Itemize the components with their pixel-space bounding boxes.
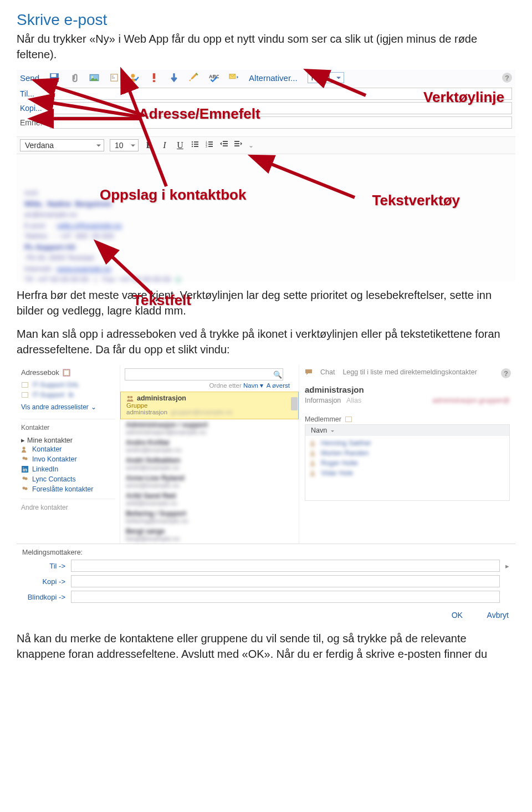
format-select[interactable]: HTML xyxy=(308,72,344,83)
high-importance-icon[interactable] xyxy=(149,73,159,83)
abook-result-row[interactable]: Andre Kvitbøandre@example.no xyxy=(120,437,299,455)
svg-rect-26 xyxy=(223,145,228,146)
insert-image-icon[interactable] xyxy=(89,73,99,83)
other-contacts-label: Andre kontakter xyxy=(21,499,115,511)
abook-search-input[interactable] xyxy=(125,368,283,380)
lync-contacts-folder[interactable]: Lync Contacts xyxy=(21,474,115,484)
outro-paragraph: Nå kan du merke de kontaktene eller grup… xyxy=(17,631,515,662)
abook-result-row[interactable]: Administrasjon / supportadministrasjon@e… xyxy=(120,419,299,437)
bcc-add-button[interactable]: Blindkopi -> xyxy=(22,593,65,601)
options-link[interactable]: Alternativer... xyxy=(249,73,298,83)
to-label[interactable]: Til... xyxy=(20,89,47,98)
abook-list-item[interactable]: IT-Support Orb. xyxy=(21,380,115,390)
contacts-folder[interactable]: Kontakter xyxy=(21,444,115,454)
tab-alias[interactable]: Alias xyxy=(346,397,361,404)
abook-left-pane: Adressebok IT-Support Orb. IT-Support ib… xyxy=(17,365,120,544)
ok-button[interactable]: OK xyxy=(452,611,463,620)
abook-result-row[interactable]: Arild Sand Rødarild@example.no xyxy=(120,490,299,508)
save-icon[interactable] xyxy=(49,73,59,83)
abook-result-row[interactable]: Andri Solbakkenandri@example.no xyxy=(120,455,299,473)
abook-list-item[interactable]: IT-Support ib xyxy=(21,390,115,400)
bold-button[interactable]: B xyxy=(144,140,154,150)
svg-rect-28 xyxy=(234,143,239,144)
font-size-select[interactable]: 10 xyxy=(110,139,139,151)
intro-paragraph: Når du trykker «Ny» i Web App får du opp… xyxy=(17,31,515,62)
svg-rect-55 xyxy=(346,417,351,422)
help-icon[interactable]: ? xyxy=(501,368,511,378)
abook-result-selected[interactable]: administrasjon Gruppe administrasjon .gr… xyxy=(120,392,299,419)
underline-button[interactable]: U xyxy=(175,140,185,150)
linkedin-folder[interactable]: inLinkedIn xyxy=(21,464,115,474)
formatting-toolbar: Verdana 10 B I U 123 ⌄ xyxy=(17,136,515,154)
invo-contacts-folder[interactable]: Invo Kontakter xyxy=(21,454,115,464)
numbered-list-icon[interactable]: 123 xyxy=(205,140,214,151)
members-icon xyxy=(345,415,352,423)
address-book-window: Adressebok IT-Support Orb. IT-Support ib… xyxy=(17,365,515,623)
my-contacts-toggle[interactable]: ▸ Mine kontakter xyxy=(21,432,115,444)
suggested-contacts-folder[interactable]: Foreslåtte kontakter xyxy=(21,484,115,494)
tab-info[interactable]: Informasjon xyxy=(305,397,341,404)
chat-icon[interactable] xyxy=(305,368,313,376)
abook-result-row[interactable]: Befaring / Supportbefaring@example.no xyxy=(120,508,299,526)
members-name-column[interactable]: Navn xyxy=(305,424,510,436)
abook-result-row[interactable]: Anne-Lise Rylandanne@example.no xyxy=(120,473,299,490)
abook-title: Adressebok xyxy=(21,368,115,377)
svg-text:ABC: ABC xyxy=(209,74,219,79)
expand-formatting-icon[interactable]: ⌄ xyxy=(248,141,254,149)
svg-point-7 xyxy=(131,74,135,78)
to-add-button[interactable]: Til -> xyxy=(22,562,65,570)
attachment-icon[interactable] xyxy=(69,73,79,83)
add-to-im-link[interactable]: Legg til i liste med direktemeldingskont… xyxy=(342,368,477,376)
abook-detail-pane: Chat Legg til i liste med direktemelding… xyxy=(299,365,515,544)
bcc-recipients-input[interactable] xyxy=(71,591,500,603)
svg-point-14 xyxy=(192,144,193,145)
svg-rect-8 xyxy=(153,73,156,79)
low-importance-icon[interactable] xyxy=(169,73,179,83)
member-row[interactable]: Roger Holte xyxy=(310,458,505,468)
help-icon[interactable]: ? xyxy=(502,73,512,83)
search-icon[interactable]: 🔍 xyxy=(273,371,282,379)
detail-title: administrasjon xyxy=(305,385,510,394)
svg-point-57 xyxy=(311,451,314,453)
indent-icon[interactable] xyxy=(234,140,243,151)
abook-results-pane: 🔍 Ordne etter Navn ▾ A øverst administra… xyxy=(120,365,299,544)
chat-link[interactable]: Chat xyxy=(320,368,335,376)
cancel-button[interactable]: Avbryt xyxy=(487,611,509,620)
spellcheck-icon[interactable]: ABC xyxy=(209,73,219,83)
cc-input[interactable] xyxy=(50,102,512,114)
member-row[interactable]: Morten Randen xyxy=(310,448,505,458)
to-input[interactable] xyxy=(50,88,512,100)
svg-point-56 xyxy=(311,441,314,443)
font-select[interactable]: Verdana xyxy=(20,139,104,151)
message-body[interactable]: mvh Wille, Nadine Bergstrom an@example.n… xyxy=(17,154,515,282)
italic-button[interactable]: I xyxy=(160,140,170,150)
compose-window: Send ABC Alternativer... HTML ? Til... K… xyxy=(17,70,515,282)
address-book-icon[interactable] xyxy=(109,73,119,83)
recipients-header: Meldingsmottakere: xyxy=(22,549,510,556)
send-button[interactable]: Send xyxy=(20,73,39,83)
scrollbar-thumb[interactable] xyxy=(291,397,298,410)
sort-controls[interactable]: Ordne etter Navn ▾ A øverst xyxy=(120,382,299,392)
svg-point-53 xyxy=(130,396,133,399)
bullet-list-icon[interactable] xyxy=(191,140,200,151)
dialog-buttons: OK Avbryt xyxy=(17,608,515,623)
outdent-icon[interactable] xyxy=(219,140,228,151)
abook-result-row[interactable]: Bergt sørgebergt@example.no xyxy=(120,526,299,544)
svg-rect-23 xyxy=(208,146,213,147)
contacts-section-header: Kontakter xyxy=(21,419,115,432)
show-other-lists[interactable]: Vis andre adresselister⌄ xyxy=(21,400,115,414)
cc-add-button[interactable]: Kopi -> xyxy=(22,577,65,586)
signature-icon[interactable] xyxy=(189,73,199,83)
cc-recipients-input[interactable] xyxy=(71,575,500,587)
member-row[interactable]: Vidar Hole xyxy=(310,468,505,478)
svg-point-49 xyxy=(25,478,28,480)
cc-label[interactable]: Kopi... xyxy=(20,104,47,113)
svg-point-43 xyxy=(23,447,25,450)
check-names-icon[interactable] xyxy=(129,73,139,83)
svg-rect-15 xyxy=(194,144,198,145)
subject-input[interactable] xyxy=(50,116,512,129)
to-recipients-input[interactable] xyxy=(71,560,500,572)
more-options-icon[interactable] xyxy=(229,73,239,83)
svg-rect-9 xyxy=(153,80,156,82)
member-row[interactable]: Henning Sæther xyxy=(310,438,505,448)
